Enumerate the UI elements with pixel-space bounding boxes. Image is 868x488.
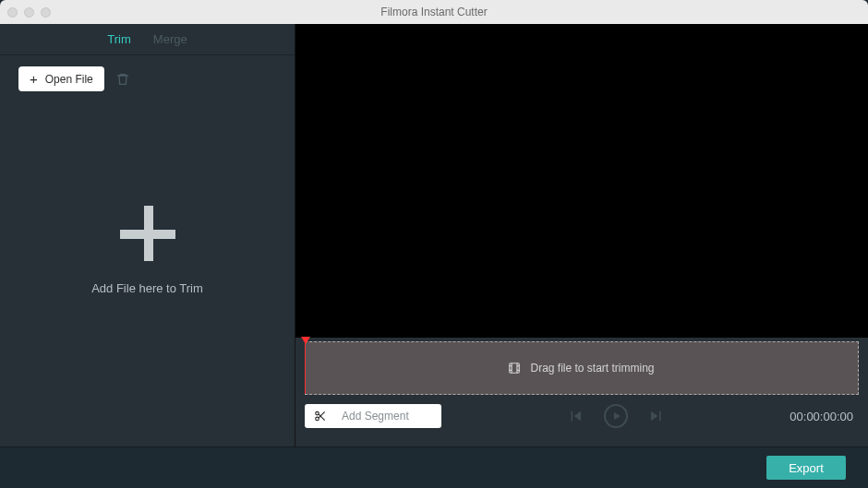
minimize-window-icon[interactable] xyxy=(24,7,34,18)
add-segment-label: Add Segment xyxy=(342,410,409,423)
next-button[interactable] xyxy=(648,408,665,424)
svg-rect-0 xyxy=(510,363,520,374)
drop-area[interactable]: Add File here to Trim xyxy=(0,54,295,446)
add-file-plus-icon[interactable] xyxy=(120,206,175,261)
window-controls xyxy=(7,7,51,18)
tab-merge[interactable]: Merge xyxy=(153,32,187,46)
tabs: Trim Merge xyxy=(0,24,295,55)
timecode: 00:00:00:00 xyxy=(790,410,853,423)
film-icon xyxy=(508,362,521,375)
footer: Export xyxy=(0,446,868,488)
zoom-window-icon[interactable] xyxy=(41,7,51,18)
timeline-hint: Drag file to start trimming xyxy=(530,362,654,375)
close-window-icon[interactable] xyxy=(7,7,18,18)
window-title: Filmora Instant Cutter xyxy=(0,6,868,18)
controls-row: Add Segment 00:00:00:00 xyxy=(295,395,868,437)
play-button[interactable] xyxy=(604,404,628,428)
add-segment-button[interactable]: Add Segment xyxy=(305,404,441,428)
video-preview xyxy=(295,24,868,338)
titlebar: Filmora Instant Cutter xyxy=(0,0,868,24)
transport-controls xyxy=(456,404,775,428)
scissor-icon xyxy=(314,410,327,423)
timeline[interactable]: Drag file to start trimming xyxy=(305,341,859,395)
tab-trim[interactable]: Trim xyxy=(107,32,131,46)
prev-button[interactable] xyxy=(567,408,584,424)
drop-area-label: Add File here to Trim xyxy=(91,281,203,295)
right-panel: Drag file to start trimming Add Segment xyxy=(295,24,868,446)
sidebar: Trim Merge + Open File Add File here to … xyxy=(0,24,295,446)
export-button[interactable]: Export xyxy=(766,456,846,480)
timeline-area: Drag file to start trimming xyxy=(295,338,868,395)
main-area: Trim Merge + Open File Add File here to … xyxy=(0,24,868,446)
